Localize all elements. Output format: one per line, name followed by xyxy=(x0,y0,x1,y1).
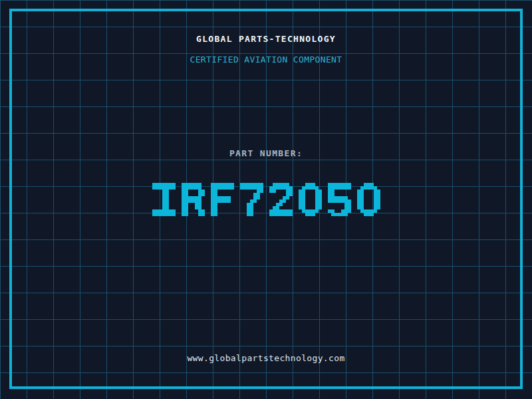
website-url: www.globalpartstechnology.com xyxy=(0,353,532,363)
certificate-panel: GLOBAL PARTS-TECHNOLOGY CERTIFIED AVIATI… xyxy=(0,0,532,399)
part-number-value: IRF72050 xyxy=(0,183,532,216)
part-number-label: PART NUMBER: xyxy=(0,148,532,158)
company-name: GLOBAL PARTS-TECHNOLOGY xyxy=(0,34,532,44)
part-number-text: IRF72050 xyxy=(380,183,381,184)
certification-label: CERTIFIED AVIATION COMPONENT xyxy=(0,55,532,65)
